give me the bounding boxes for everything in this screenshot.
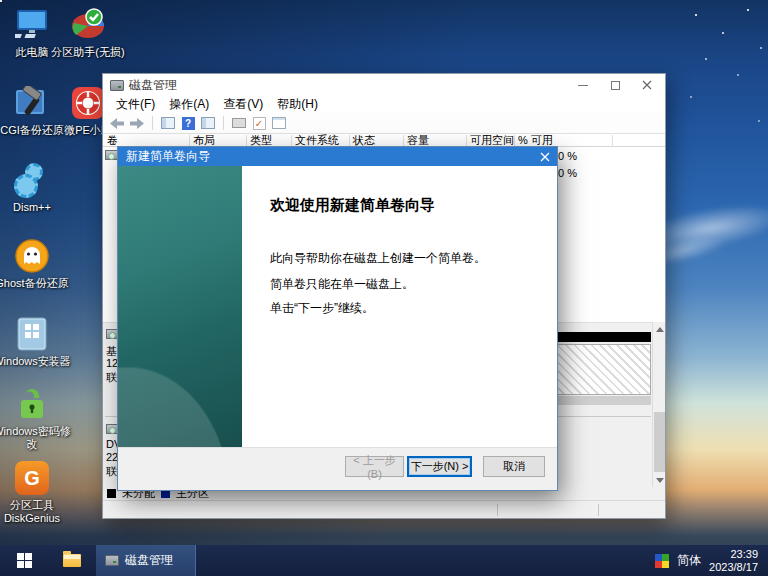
window-controls [567, 74, 663, 96]
column-percent-free[interactable]: % 可用 [518, 134, 553, 147]
volume-percent-free: 0 % [558, 150, 577, 162]
desktop-icon-label: Ghost备份还原 [0, 277, 69, 290]
task-check-button[interactable]: ✓ [251, 116, 267, 130]
status-bar-separator [497, 504, 498, 516]
clock-date: 2023/8/17 [709, 561, 758, 574]
lifebuoy-icon [70, 85, 106, 121]
diskgenius-icon: G [14, 460, 50, 496]
desktop-icon-windows-installer[interactable]: Windows安装器 [0, 316, 71, 368]
action-button[interactable] [231, 116, 247, 130]
cdrom-label-fragment: 22 [106, 451, 118, 463]
scroll-up-icon [656, 327, 664, 332]
wizard-paragraph: 此向导帮助你在磁盘上创建一个简单卷。 [270, 250, 486, 267]
wizard-paragraph: 单击“下一步”继续。 [270, 300, 374, 317]
properties-button[interactable] [200, 116, 216, 130]
clock-time: 23:39 [709, 548, 758, 561]
cancel-button[interactable]: 取消 [483, 456, 545, 477]
disk0-label-fragment: 12 [106, 357, 118, 369]
disk-management-app-icon [110, 80, 124, 91]
help-button[interactable]: ? [180, 116, 196, 130]
column-filesystem[interactable]: 文件系统 [295, 134, 339, 147]
disk-bar-base [556, 396, 651, 405]
maximize-button[interactable] [599, 74, 631, 96]
desktop-icon-windows-password[interactable]: Windows密码修改 [0, 386, 71, 451]
column-status[interactable]: 状态 [353, 134, 375, 147]
taskbar: 磁盘管理 简体 23:39 2023/8/17 [0, 545, 768, 576]
help-icon: ? [182, 117, 195, 130]
menu-bar: 文件(F) 操作(A) 查看(V) 帮助(H) [103, 96, 665, 113]
back-button[interactable]: < 上一步(B) [345, 456, 404, 477]
menu-action[interactable]: 操作(A) [162, 95, 216, 114]
minimize-button[interactable] [567, 74, 599, 96]
gears-icon [14, 162, 50, 198]
wizard-titlebar[interactable]: 新建简单卷向导 [118, 147, 557, 166]
console-tree-icon [161, 117, 175, 129]
column-layout[interactable]: 布局 [193, 134, 215, 147]
file-explorer-button[interactable] [48, 545, 96, 576]
toolbar: ? ✓ [103, 113, 665, 134]
column-type[interactable]: 类型 [250, 134, 272, 147]
status-bar-separator [598, 504, 599, 516]
desktop-icon-label: Windows密码修改 [0, 425, 71, 451]
forward-arrow-icon [130, 118, 144, 129]
desktop-icon-partition-assistant[interactable]: 分区助手(无损) [49, 7, 127, 59]
ime-language-indicator[interactable]: 简体 [677, 552, 701, 569]
volume-row-icon[interactable] [105, 150, 118, 160]
wizard-heading: 欢迎使用新建简单卷向导 [270, 196, 435, 215]
list-view-button[interactable] [271, 116, 287, 130]
stars [0, 0, 2, 2]
ime-color-icon[interactable] [655, 554, 669, 568]
hammer-screen-icon [14, 85, 50, 121]
desktop-icon-label: 分区助手(无损) [51, 46, 124, 59]
desktop-icon-diskgenius[interactable]: G 分区工具 DiskGenius [0, 460, 71, 525]
pie-disk-icon [70, 7, 106, 43]
menu-file[interactable]: 文件(F) [109, 95, 162, 114]
properties-icon [201, 117, 215, 129]
start-button[interactable] [0, 545, 48, 576]
column-separator [291, 135, 292, 147]
forward-button[interactable] [129, 116, 145, 130]
menu-view[interactable]: 查看(V) [216, 95, 270, 114]
scroll-up-button[interactable] [653, 322, 666, 336]
desktop-icon-ghost-backup[interactable]: Ghost备份还原 [0, 238, 71, 290]
column-free-space[interactable]: 可用空间 [470, 134, 514, 147]
legend-unallocated-swatch [107, 489, 116, 498]
disk0-label-fragment: 联 [106, 370, 117, 385]
toolbar-separator [223, 116, 224, 130]
wizard-banner-graphic [118, 166, 242, 447]
taskbar-app-disk-management[interactable]: 磁盘管理 [96, 545, 196, 576]
scroll-down-button[interactable] [653, 473, 666, 487]
system-tray: 简体 23:39 2023/8/17 [655, 545, 768, 576]
unallocated-bar-header[interactable] [556, 332, 651, 342]
computer-icon [14, 7, 50, 43]
console-tree-button[interactable] [160, 116, 176, 130]
back-button[interactable] [109, 116, 125, 130]
windows-box-icon [14, 316, 50, 352]
column-separator [403, 135, 404, 147]
minimize-icon [578, 85, 588, 86]
wizard-close-button[interactable] [537, 149, 553, 164]
new-simple-volume-wizard-dialog: 新建简单卷向导 欢迎使用新建简单卷向导 此向导帮助你在磁盘上创建一个简单卷。 简… [118, 147, 557, 490]
toolbar-separator [152, 116, 153, 130]
selected-unallocated-region[interactable] [556, 344, 651, 395]
next-button[interactable]: 下一步(N) > [407, 456, 472, 477]
desktop-icon-label: 分区工具 DiskGenius [0, 499, 71, 525]
vertical-scrollbar[interactable] [652, 322, 665, 487]
taskbar-app-label: 磁盘管理 [125, 552, 173, 569]
back-arrow-icon [110, 118, 124, 129]
desktop-icon-dism[interactable]: Dism++ [0, 162, 71, 214]
column-volume[interactable]: 卷 [107, 134, 118, 147]
menu-help[interactable]: 帮助(H) [270, 95, 325, 114]
close-icon [540, 152, 550, 162]
close-icon [642, 80, 652, 90]
wizard-title: 新建简单卷向导 [126, 148, 210, 165]
scrollbar-thumb[interactable] [654, 412, 665, 472]
lock-icon [14, 386, 50, 422]
wizard-footer: < 上一步(B) 下一步(N) > 取消 [118, 447, 557, 490]
column-separator [612, 135, 613, 147]
column-capacity[interactable]: 容量 [407, 134, 429, 147]
wizard-paragraph: 简单卷只能在单一磁盘上。 [270, 276, 414, 293]
ghost-icon [14, 238, 50, 274]
taskbar-clock[interactable]: 23:39 2023/8/17 [709, 548, 762, 574]
close-button[interactable] [631, 74, 663, 96]
